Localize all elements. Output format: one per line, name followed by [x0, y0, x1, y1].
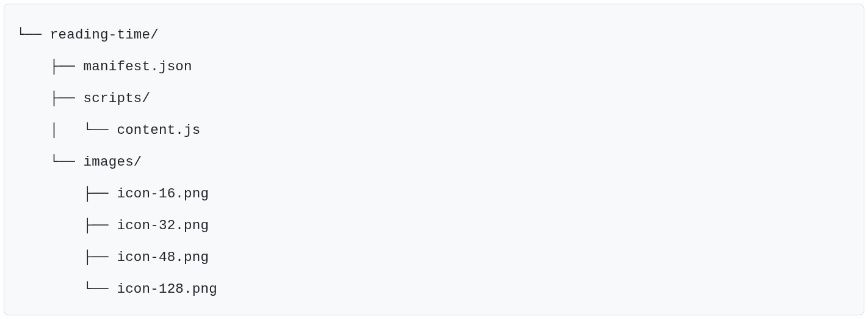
tree-line: └── reading-time/ — [16, 19, 852, 51]
tree-line: ├── icon-32.png — [16, 210, 852, 241]
tree-line: ├── scripts/ — [16, 82, 852, 114]
tree-line: ├── icon-48.png — [16, 241, 852, 273]
directory-tree: └── reading-time/ ├── manifest.json ├── … — [4, 4, 864, 315]
tree-line: └── icon-128.png — [16, 273, 852, 305]
tree-line: ├── icon-16.png — [16, 178, 852, 210]
tree-line: ├── manifest.json — [16, 51, 852, 82]
tree-line: └── images/ — [16, 146, 852, 178]
tree-line: │ └── content.js — [16, 114, 852, 146]
